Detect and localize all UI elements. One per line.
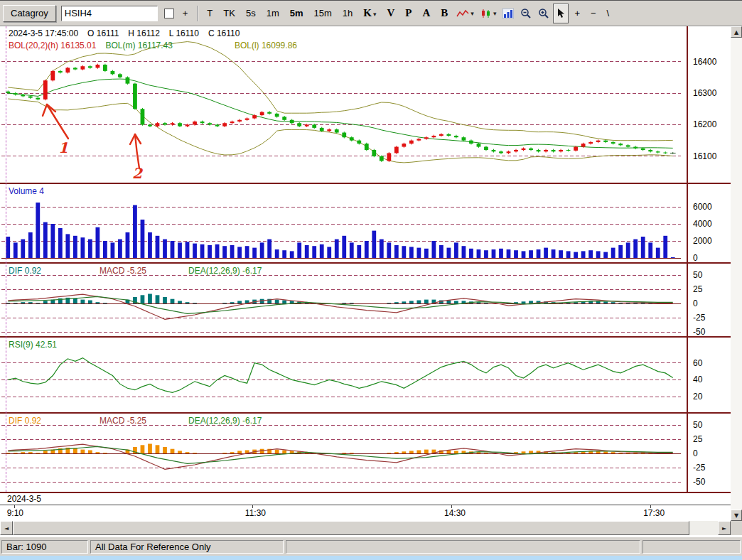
scroll-down-icon: ▼: [734, 512, 738, 519]
interval-15m-button[interactable]: 15m: [309, 8, 337, 18]
dea-label: DEA(12,26,9) -6.17: [188, 416, 262, 426]
cursor-arrow-icon: [556, 8, 565, 18]
time-tick-row: 9:1011:3014:3017:30: [0, 505, 731, 521]
symbol-input[interactable]: [61, 6, 158, 21]
candle-chart-icon: [480, 9, 492, 18]
horizontal-line-tool-button[interactable]: −: [586, 8, 601, 18]
status-bar: Bar: 1090 All Data For Reference Only: [0, 537, 742, 556]
scroll-left-button[interactable]: ◄: [0, 521, 13, 535]
date-label: 2024-3-5: [7, 494, 41, 504]
status-cell-empty: [642, 540, 741, 554]
panel-separator: [0, 336, 731, 338]
bollinger-info-row: BOL(20,2)(h) 16135.01BOL(m) 16117.43BOL(…: [9, 41, 306, 50]
scroll-down-button[interactable]: ▼: [731, 510, 742, 521]
time-tick-label: 11:30: [245, 508, 266, 518]
price-axis-label: 0: [693, 448, 698, 458]
rsi-info-row: RSI(9) 42.51: [9, 340, 66, 350]
volume-chart[interactable]: [0, 184, 687, 262]
bar-chart-icon: [502, 9, 514, 18]
price-axis-label: 16200: [693, 119, 716, 129]
scroll-right-button[interactable]: ►: [718, 521, 731, 535]
p-tool-button[interactable]: P: [400, 7, 416, 19]
rsi-panel[interactable]: RSI(9) 42.51: [0, 338, 687, 412]
left-session-line: [6, 26, 6, 492]
vertical-scrollbar[interactable]: ▲ ▼: [731, 26, 742, 521]
k-chart-menu-button[interactable]: K▾: [358, 7, 381, 19]
boll-lower-label: BOL(l) 16099.86: [235, 41, 297, 50]
interval-1h-button[interactable]: 1h: [338, 8, 357, 18]
rsi-label: RSI(9) 42.51: [9, 340, 57, 350]
interval-5m-button[interactable]: 5m: [285, 8, 308, 18]
price-axis-label: 50: [693, 420, 702, 430]
volume-info-row: Volume 4: [9, 186, 53, 196]
pointer-tool-button[interactable]: [553, 4, 569, 23]
horizontal-scrollbar[interactable]: ◄ ►: [0, 521, 731, 535]
price-axis-label: 60: [693, 358, 702, 368]
zoom-out-button[interactable]: [517, 5, 534, 22]
macd2-info-row: DIF 0.92MACD -5.25DEA(12,26,9) -6.17: [9, 416, 271, 426]
interval-tick-button[interactable]: T: [202, 8, 217, 18]
macd1-info-row: DIF 0.92MACD -5.25DEA(12,26,9) -6.17: [9, 266, 271, 276]
price-axis: 16400163001620016100600040002000050250-2…: [688, 26, 729, 493]
price-axis-label: -50: [693, 477, 705, 487]
bar-open: O 16111: [87, 28, 119, 38]
indicator-window-button[interactable]: [500, 5, 517, 22]
price-axis-label: -25: [693, 463, 705, 473]
interval-tk-button[interactable]: TK: [218, 8, 240, 18]
hand-drawn-annotation: 2: [132, 165, 144, 182]
interval-5s-button[interactable]: 5s: [241, 8, 261, 18]
zoom-out-icon: [520, 8, 532, 19]
dif-label: DIF 0.92: [9, 416, 90, 426]
rsi-chart[interactable]: [0, 338, 687, 412]
panel-separator: [0, 183, 731, 184]
price-axis-label: 16400: [693, 57, 716, 67]
line-chart-type-button[interactable]: ▾: [453, 5, 477, 22]
window-bottom-strip: [0, 556, 742, 560]
chevron-down-icon: ▾: [373, 11, 377, 18]
scroll-up-icon: ▲: [734, 29, 738, 36]
b-tool-button[interactable]: B: [436, 7, 453, 19]
volume-toggle-button[interactable]: V: [382, 7, 399, 19]
macd-panel-2[interactable]: DIF 0.92MACD -5.25DEA(12,26,9) -6.17: [0, 414, 687, 492]
crosshair-tool-button[interactable]: +: [569, 8, 585, 18]
price-axis-label: -50: [693, 327, 705, 337]
boll-mid-label: BOL(m) 16117.43: [105, 41, 173, 50]
macd-label: MACD -5.25: [100, 416, 179, 426]
bar-low: L 16110: [169, 28, 199, 38]
horizontal-scroll-thumb[interactable]: [13, 521, 689, 535]
price-axis-label: 40: [693, 375, 702, 384]
main-chart-panel[interactable]: 12 2024-3-5 17:45:00O 16111H 16112L 1611…: [0, 26, 687, 183]
interval-1m-button[interactable]: 1m: [262, 8, 284, 18]
volume-panel[interactable]: Volume 4: [0, 184, 687, 262]
status-bar-count: Bar: 1090: [1, 540, 88, 554]
zoom-in-icon: [538, 8, 549, 19]
price-axis-label: -25: [693, 313, 705, 323]
price-axis-label: 6000: [693, 202, 712, 212]
bar-datetime: 2024-3-5 17:45:00: [9, 28, 78, 38]
add-symbol-button[interactable]: +: [178, 8, 193, 18]
price-axis-label: 16100: [693, 151, 716, 161]
chevron-down-icon: ▾: [493, 10, 497, 17]
time-tick-label: 14:30: [444, 508, 466, 518]
symbol-checkbox[interactable]: [164, 9, 174, 18]
dea-label: DEA(12,26,9) -6.17: [188, 266, 262, 276]
boll-upper-label: BOL(20,2)(h) 16135.01: [9, 41, 96, 50]
price-axis-label: 0: [693, 253, 698, 263]
line-chart-icon: [456, 9, 469, 18]
trend-line-tool-button[interactable]: \: [602, 8, 615, 18]
panel-separator: [0, 412, 731, 414]
a-tool-button[interactable]: A: [418, 7, 436, 19]
scroll-up-button[interactable]: ▲: [731, 26, 742, 38]
macd-panel-1[interactable]: DIF 0.92MACD -5.25DEA(12,26,9) -6.17: [0, 264, 687, 336]
zoom-in-button[interactable]: [535, 5, 552, 22]
candle-chart-type-button[interactable]: ▾: [478, 5, 500, 22]
category-button[interactable]: Catagroy: [3, 5, 56, 22]
toolbar-separator: [197, 6, 198, 21]
dif-label: DIF 0.92: [9, 266, 90, 276]
price-axis-label: 50: [693, 270, 702, 280]
price-axis-label: 2000: [693, 236, 712, 246]
price-axis-label: 16300: [693, 88, 716, 98]
scrollbar-corner: [731, 521, 742, 535]
time-tick-label: 9:10: [7, 508, 23, 518]
price-axis-label: 20: [693, 392, 702, 402]
